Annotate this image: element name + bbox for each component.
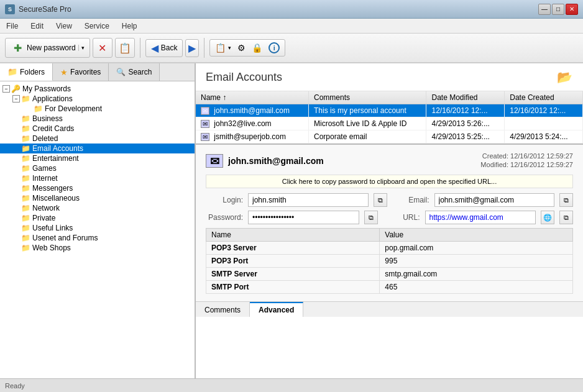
new-password-button[interactable]: ✚ New password ▾ — [5, 38, 90, 58]
applications-expand[interactable]: − — [12, 95, 20, 103]
tree-item-useful-links[interactable]: + 📁 Useful Links — [0, 223, 195, 233]
network-folder-icon: 📁 — [21, 204, 30, 212]
email-icon-2: ✉ — [201, 120, 209, 128]
tab-comments[interactable]: Comments — [196, 302, 250, 317]
url-copy-button[interactable]: ⧉ — [559, 211, 573, 224]
tree-item-label: Deleted — [32, 134, 58, 143]
col-date-modified[interactable]: Date Modified — [426, 91, 505, 104]
app-icon: S — [5, 4, 15, 14]
back-label: Back — [161, 43, 178, 52]
password-input[interactable] — [248, 211, 359, 224]
adv-row-value: pop.gmail.com — [380, 242, 573, 255]
delete-button[interactable]: ✕ — [93, 38, 112, 58]
login-input[interactable] — [248, 193, 369, 207]
table-row[interactable]: ✉ jsmith@superjob.com Corporate email 4/… — [196, 130, 583, 144]
adv-row-name: SMTP Port — [206, 281, 380, 294]
applications-folder-icon: 📁 — [21, 94, 30, 103]
tree-item-label: Applications — [32, 94, 73, 103]
minimize-button[interactable]: — — [538, 4, 551, 15]
row-date-modified: 4/29/2013 5:26:... — [426, 117, 505, 130]
toolbar-separator-1 — [140, 38, 140, 58]
lock-button[interactable]: 🔒 — [249, 42, 265, 54]
clipboard-button[interactable]: Click here to copy password to clipboard… — [206, 175, 573, 188]
status-text: Ready — [5, 382, 25, 390]
tab-folders[interactable]: 📁 Folders — [0, 63, 53, 81]
tree-item-miscellaneous[interactable]: + 📁 Miscellaneous — [0, 193, 195, 203]
tree-item-private[interactable]: + 📁 Private — [0, 213, 195, 223]
col-date-created[interactable]: Date Created — [505, 91, 583, 104]
tab-favorites-label: Favorites — [70, 68, 101, 76]
tree-item-label: Usenet and Forums — [32, 234, 98, 242]
tree-item-games[interactable]: + 📁 Games — [0, 163, 195, 173]
tree-item-usenet[interactable]: + 📁 Usenet and Forums — [0, 233, 195, 243]
new-password-dropdown-arrow[interactable]: ▾ — [78, 45, 85, 51]
delete-icon: ✕ — [96, 41, 109, 55]
toolbar: ✚ New password ▾ ✕ 📋 ◀ Back ▶ 📋 ▾ ⚙ 🔒 i — [0, 34, 583, 63]
menu-edit[interactable]: Edit — [24, 19, 50, 33]
adv-col-name: Name — [206, 229, 380, 242]
forward-button[interactable]: ▶ — [185, 39, 199, 57]
status-bar: Ready — [0, 378, 583, 392]
adv-row: SMTP Server smtp.gmail.com — [206, 268, 573, 281]
title-bar: S SecureSafe Pro — □ ✕ — [0, 0, 583, 19]
tree-item-label: Credit Cards — [32, 124, 74, 133]
adv-row-name: POP3 Port — [206, 255, 380, 268]
back-button[interactable]: ◀ Back — [145, 39, 183, 57]
row-date-modified: 4/29/2013 5:25:... — [426, 130, 505, 144]
close-button[interactable]: ✕ — [566, 4, 578, 15]
menu-bar: File Edit View Service Help — [0, 19, 583, 34]
tree-item-entertainment[interactable]: + 📁 Entertainment — [0, 153, 195, 163]
tree-item-deleted[interactable]: + 📁 Deleted — [0, 134, 195, 144]
tab-search-label: Search — [128, 68, 152, 76]
adv-row: SMTP Port 465 — [206, 281, 573, 294]
settings-button[interactable]: ⚙ — [235, 42, 248, 54]
email-input[interactable] — [434, 193, 555, 207]
email-label: Email: — [392, 196, 429, 204]
menu-view[interactable]: View — [50, 19, 78, 33]
root-expand[interactable]: − — [2, 85, 10, 93]
back-icon: ◀ — [151, 42, 158, 54]
misc-folder-icon: 📁 — [21, 194, 30, 203]
open-folder-button[interactable]: 📂 — [556, 70, 573, 84]
menu-help[interactable]: Help — [116, 19, 144, 33]
table-row[interactable]: ✉ john.smith@gmail.com This is my person… — [196, 104, 583, 117]
detail-meta: Created: 12/16/2012 12:59:27 Modified: 1… — [480, 152, 573, 170]
tree-item-applications[interactable]: − 📁 Applications — [0, 94, 195, 104]
view-button[interactable]: 📋 ▾ — [213, 42, 234, 54]
open-url-button[interactable]: 🌐 — [541, 211, 554, 224]
tree-item-for-development[interactable]: + 📁 For Development — [0, 104, 195, 114]
email-icon-1: ✉ — [201, 107, 209, 115]
menu-service[interactable]: Service — [78, 19, 116, 33]
col-name[interactable]: Name ↑ — [196, 91, 309, 104]
tree-item-web-shops[interactable]: + 📁 Web Shops — [0, 243, 195, 253]
created-label: Created: — [482, 152, 508, 160]
col-comments[interactable]: Comments — [309, 91, 426, 104]
menu-file[interactable]: File — [0, 19, 24, 33]
tree-item-internet[interactable]: + 📁 Internet — [0, 173, 195, 183]
tab-search[interactable]: 🔍 Search — [109, 63, 160, 81]
open-folder-icon: 📂 — [557, 70, 572, 84]
url-label: URL: — [383, 213, 420, 222]
tree-item-network[interactable]: + 📁 Network — [0, 203, 195, 213]
tree-root[interactable]: − 🔑 My Passwords — [0, 84, 195, 94]
email-copy-button[interactable]: ⧉ — [559, 193, 573, 207]
tree-item-messengers[interactable]: + 📁 Messengers — [0, 183, 195, 193]
tree-item-credit-cards[interactable]: + 📁 Credit Cards — [0, 124, 195, 134]
password-copy-button[interactable]: ⧉ — [364, 211, 378, 224]
tab-advanced[interactable]: Advanced — [250, 302, 303, 317]
info-button[interactable]: i — [266, 41, 282, 55]
view-dropdown[interactable]: ▾ — [228, 45, 231, 51]
tab-favorites[interactable]: ★ Favorites — [53, 63, 109, 81]
url-input[interactable] — [425, 211, 536, 224]
adv-row: POP3 Port 995 — [206, 255, 573, 268]
tree-item-email-accounts[interactable]: + 📁 Email Accounts — [0, 144, 195, 153]
edit-button[interactable]: 📋 — [115, 38, 135, 58]
maximize-button[interactable]: □ — [552, 4, 564, 15]
tree-item-business[interactable]: + 📁 Business — [0, 114, 195, 124]
detail-panel: ✉ john.smith@gmail.com Created: 12/16/20… — [196, 144, 583, 301]
adv-row: POP3 Server pop.gmail.com — [206, 242, 573, 255]
email-icon-3: ✉ — [201, 133, 209, 141]
login-copy-button[interactable]: ⧉ — [374, 193, 387, 207]
login-label: Login: — [206, 196, 243, 204]
table-row[interactable]: ✉ john32@live.com Microsoft Live ID & Ap… — [196, 117, 583, 130]
